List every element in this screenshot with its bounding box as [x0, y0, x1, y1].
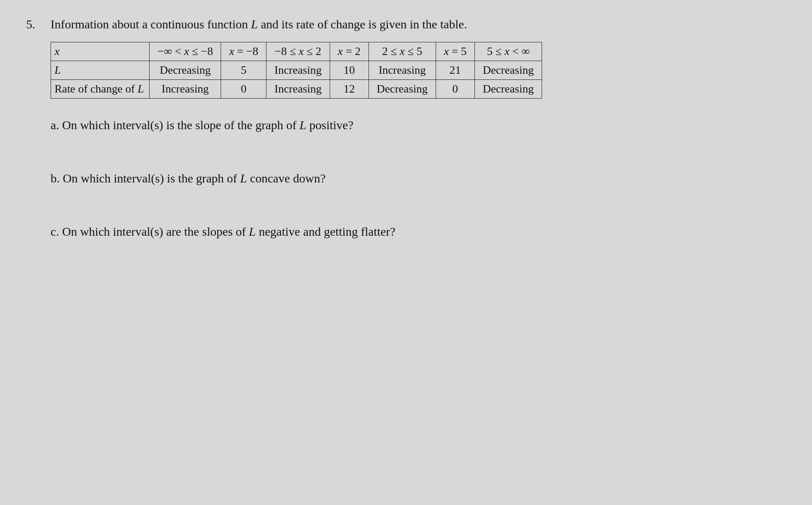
problem-container: 5. Information about a continuous functi…: [26, 17, 786, 241]
questions-section: a. On which interval(s) is the slope of …: [51, 116, 786, 241]
L-val4: 10: [330, 61, 368, 80]
rate-val3: Increasing: [266, 80, 330, 99]
header-col1: −∞ < x ≤ −8: [150, 42, 221, 61]
row-label-L: L: [51, 61, 150, 80]
rate-val7: Decreasing: [474, 80, 542, 99]
table-container: x −∞ < x ≤ −8 x = −8 −8 ≤ x ≤ 2 x = 2 2 …: [51, 42, 786, 99]
table-row-L: L Decreasing 5 Increasing 10 Increasing …: [51, 61, 542, 80]
L-val3: Increasing: [266, 61, 330, 80]
header-col4: x = 2: [330, 42, 368, 61]
header-col6: x = 5: [436, 42, 474, 61]
L-val5: Increasing: [368, 61, 436, 80]
L-val6: 21: [436, 61, 474, 80]
question-a: a. On which interval(s) is the slope of …: [51, 116, 786, 134]
data-table: x −∞ < x ≤ −8 x = −8 −8 ≤ x ≤ 2 x = 2 2 …: [51, 42, 542, 99]
rate-val1: Increasing: [150, 80, 221, 99]
header-col7: 5 ≤ x < ∞: [474, 42, 542, 61]
problem-header: 5. Information about a continuous functi…: [26, 17, 786, 31]
question-c: c. On which interval(s) are the slopes o…: [51, 223, 786, 241]
table-row-rate: Rate of change of L Increasing 0 Increas…: [51, 80, 542, 99]
rate-val5: Decreasing: [368, 80, 436, 99]
header-col3: −8 ≤ x ≤ 2: [266, 42, 330, 61]
header-x: x: [51, 42, 150, 61]
header-col2: x = −8: [221, 42, 266, 61]
problem-statement: Information about a continuous function …: [51, 17, 467, 31]
question-b: b. On which interval(s) is the graph of …: [51, 169, 786, 188]
L-val7: Decreasing: [474, 61, 542, 80]
problem-number: 5.: [26, 17, 44, 31]
row-label-rate: Rate of change of L: [51, 80, 150, 99]
L-val1: Decreasing: [150, 61, 221, 80]
rate-val4: 12: [330, 80, 368, 99]
table-header-row: x −∞ < x ≤ −8 x = −8 −8 ≤ x ≤ 2 x = 2 2 …: [51, 42, 542, 61]
header-col5: 2 ≤ x ≤ 5: [368, 42, 436, 61]
L-val2: 5: [221, 61, 266, 80]
rate-val2: 0: [221, 80, 266, 99]
rate-val6: 0: [436, 80, 474, 99]
